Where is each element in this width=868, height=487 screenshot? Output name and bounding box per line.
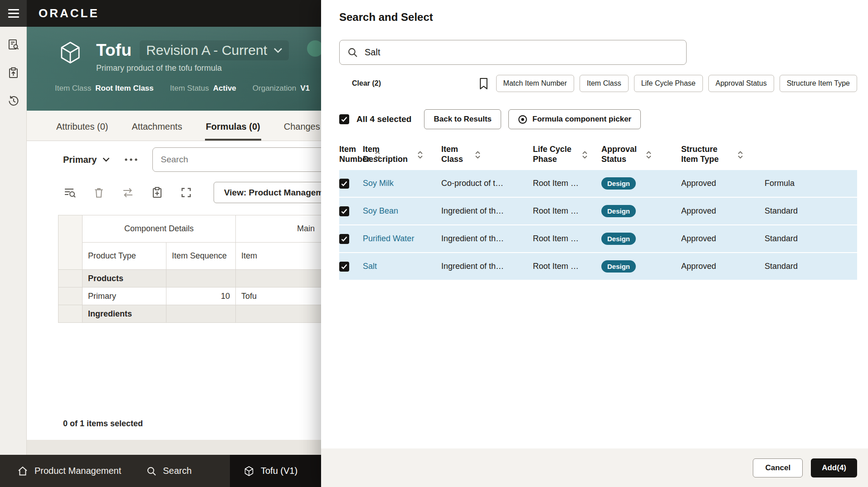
approval-status-cell: Approved — [681, 262, 765, 271]
column-header-label: Item Class — [441, 145, 470, 164]
paste-component-icon[interactable] — [150, 186, 164, 200]
tab[interactable]: Formulas (0) — [205, 122, 261, 141]
item-subtitle: Primary product of the tofu formula — [96, 63, 289, 73]
taskbar-product-management[interactable]: Product Management — [0, 455, 134, 487]
item-class-cell: Root Item … — [533, 262, 601, 271]
life-cycle-phase-badge: Design — [601, 260, 636, 273]
add-button[interactable]: Add(4) — [811, 458, 857, 477]
item-description-cell: Ingredient of th… — [441, 262, 533, 271]
panel-search-box — [339, 40, 687, 65]
result-row[interactable]: Purified Water Ingredient of th… Root It… — [339, 225, 857, 252]
sort-icon[interactable] — [582, 150, 588, 160]
formula-type-dropdown[interactable]: Primary — [63, 155, 110, 165]
filter-chip[interactable]: Approval Status — [708, 75, 774, 92]
result-row[interactable]: Soy Milk Co-product of t… Root Item … De… — [339, 170, 857, 197]
tab[interactable]: Attachments — [131, 122, 183, 141]
formula-component-picker-button[interactable]: Formula component picker — [508, 109, 641, 129]
item-number-link[interactable]: Soy Milk — [363, 179, 441, 188]
result-row[interactable]: Soy Bean Ingredient of th… Root Item … D… — [339, 198, 857, 224]
sort-icon[interactable] — [646, 150, 652, 160]
item-description-cell: Co-product of t… — [441, 179, 533, 188]
sort-icon[interactable] — [417, 150, 423, 160]
column-header-label: Item Description — [363, 145, 413, 164]
column-header[interactable]: Structure Item Type — [681, 145, 765, 164]
back-to-results-button[interactable]: Back to Results — [424, 109, 501, 129]
column-header[interactable]: Item Number — [339, 145, 363, 164]
check-icon — [341, 264, 347, 269]
list-search-icon[interactable] — [63, 186, 77, 200]
column-header[interactable]: Life Cycle Phase — [533, 145, 601, 164]
structure-item-type-cell: Standard — [765, 206, 857, 216]
column-header-label: Structure Item Type — [681, 145, 733, 164]
life-cycle-phase-badge: Design — [601, 205, 636, 217]
item-class-cell: Root Item … — [533, 179, 601, 188]
search-icon — [347, 47, 358, 58]
row-selector[interactable] — [59, 287, 83, 305]
revision-dropdown[interactable]: Revision A - Current — [140, 40, 289, 60]
tab-label: Changes — [284, 122, 320, 131]
column-header[interactable]: Item Description — [363, 145, 441, 164]
check-icon — [341, 117, 347, 122]
selection-count-label: All 4 selected — [356, 114, 411, 124]
clipboard-export-icon[interactable] — [5, 64, 22, 81]
results-header-row: Item Number Item Description Item Class … — [339, 139, 857, 170]
item-description-cell: Ingredient of th… — [441, 234, 533, 244]
column-header[interactable]: Approval Status — [601, 145, 681, 164]
search-icon — [146, 466, 156, 476]
hamburger-icon — [8, 9, 19, 10]
meta-value: Root Item Class — [95, 84, 153, 93]
item-number-link[interactable]: Purified Water — [363, 234, 441, 244]
home-icon — [17, 466, 28, 477]
taskbar-label: Search — [163, 466, 191, 476]
item-sequence-cell: 10 — [166, 287, 236, 305]
row-checkbox[interactable] — [339, 206, 349, 216]
sort-icon[interactable] — [737, 150, 743, 160]
item-meta-field: Item Class Root Item Class — [55, 84, 154, 93]
page-search-icon[interactable] — [5, 36, 22, 53]
result-row[interactable]: Salt Ingredient of th… Root Item … Desig… — [339, 253, 857, 280]
panel-search-input[interactable] — [365, 47, 678, 58]
hamburger-menu-button[interactable] — [0, 0, 27, 27]
check-icon — [341, 236, 347, 242]
structure-item-type-cell: Standard — [765, 262, 857, 271]
expand-icon[interactable] — [179, 186, 193, 200]
formula-search-input[interactable] — [161, 155, 343, 165]
group-label: Products — [83, 270, 166, 287]
row-checkbox[interactable] — [339, 234, 349, 244]
meta-value: V1 — [300, 84, 310, 93]
tab[interactable]: Attributes (0) — [55, 122, 109, 141]
oracle-logo: ORACLE — [39, 6, 99, 20]
substitute-icon[interactable] — [121, 186, 135, 200]
item-class-cell: Root Item … — [533, 206, 601, 216]
row-checkbox[interactable] — [339, 179, 349, 189]
meta-label: Item Status — [170, 84, 209, 93]
item-number-link[interactable]: Salt — [363, 262, 441, 271]
results-table: Item Number Item Description Item Class … — [339, 139, 857, 280]
select-all-checkbox[interactable] — [339, 114, 349, 124]
picker-button-label: Formula component picker — [532, 115, 631, 124]
tab-label: Attachments — [132, 122, 182, 131]
filter-chip[interactable]: Match Item Number — [496, 75, 574, 92]
taskbar-search[interactable]: Search — [134, 455, 204, 487]
row-checkbox[interactable] — [339, 262, 349, 272]
column-header[interactable]: Item Class — [441, 145, 533, 164]
item-description-cell: Ingredient of th… — [441, 206, 533, 216]
clear-filters-button[interactable]: Clear (2) — [352, 79, 381, 88]
product-type-cell: Primary — [83, 287, 166, 305]
tab[interactable]: Changes — [283, 122, 321, 141]
more-actions-button[interactable] — [122, 155, 141, 164]
filter-chip[interactable]: Item Class — [580, 75, 629, 92]
group-header-component-details: Component Details — [83, 215, 236, 243]
bookmark-icon[interactable] — [478, 78, 489, 90]
approval-status-cell: Approved — [681, 206, 765, 216]
structure-item-type-cell: Standard — [765, 234, 857, 244]
column-header-product-type: Product Type — [83, 243, 166, 270]
delete-icon[interactable] — [92, 186, 106, 200]
tab-label: Attributes (0) — [56, 122, 108, 131]
item-number-link[interactable]: Soy Bean — [363, 206, 441, 216]
history-icon[interactable] — [5, 92, 22, 109]
filter-chip[interactable]: Structure Item Type — [780, 75, 857, 92]
filter-chip[interactable]: Life Cycle Phase — [634, 75, 703, 92]
cancel-button[interactable]: Cancel — [753, 458, 803, 477]
sort-icon[interactable] — [475, 150, 481, 160]
